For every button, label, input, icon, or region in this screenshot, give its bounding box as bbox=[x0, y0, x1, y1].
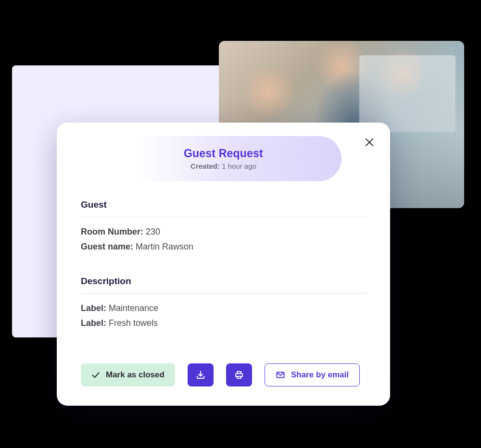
room-number-label: Room Number: bbox=[81, 227, 143, 236]
guest-name-value: Martin Rawson bbox=[136, 242, 193, 251]
print-button[interactable] bbox=[226, 363, 252, 386]
description-value-0: Maintenance bbox=[109, 303, 158, 313]
card-subtitle: Created: 1 hour ago bbox=[190, 162, 256, 170]
card-title: Guest Request bbox=[184, 147, 263, 160]
room-number-row: Room Number: 230 bbox=[81, 227, 366, 237]
card-header: Guest Request Created: 1 hour ago bbox=[106, 136, 342, 181]
share-email-label: Share by email bbox=[291, 370, 349, 380]
description-row-1: Label: Fresh towels bbox=[81, 318, 366, 328]
description-label-1: Label: bbox=[81, 318, 106, 328]
download-icon bbox=[196, 370, 205, 380]
created-value: 1 hour ago bbox=[222, 162, 256, 170]
close-button[interactable] bbox=[363, 136, 376, 149]
card-actions: Mark as closed Share by email bbox=[81, 363, 360, 386]
description-label-0: Label: bbox=[81, 303, 106, 313]
guest-section: Guest Room Number: 230 Guest name: Marti… bbox=[81, 199, 366, 252]
guest-name-label: Guest name: bbox=[81, 242, 133, 251]
description-value-1: Fresh towels bbox=[109, 318, 158, 328]
print-icon bbox=[234, 370, 244, 380]
description-section-title: Description bbox=[81, 276, 366, 294]
download-button[interactable] bbox=[188, 363, 214, 386]
description-row-0: Label: Maintenance bbox=[81, 303, 366, 313]
close-icon bbox=[365, 137, 374, 147]
mark-closed-label: Mark as closed bbox=[106, 370, 165, 380]
guest-request-card: Guest Request Created: 1 hour ago Guest … bbox=[57, 123, 390, 406]
guest-section-title: Guest bbox=[81, 199, 366, 217]
check-icon bbox=[91, 371, 100, 379]
mark-closed-button[interactable]: Mark as closed bbox=[81, 363, 175, 386]
mail-icon bbox=[276, 370, 285, 380]
description-section: Description Label: Maintenance Label: Fr… bbox=[81, 276, 366, 328]
share-email-button[interactable]: Share by email bbox=[265, 363, 360, 386]
room-number-value: 230 bbox=[146, 227, 160, 236]
guest-name-row: Guest name: Martin Rawson bbox=[81, 242, 366, 252]
created-label: Created: bbox=[190, 162, 220, 170]
